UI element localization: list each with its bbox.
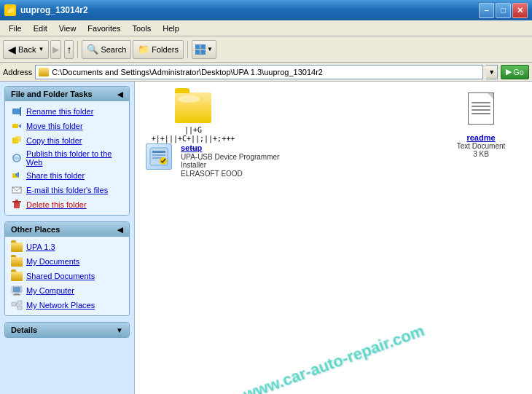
setup-installer-icon — [146, 143, 172, 170]
search-button[interactable]: 🔍 Search — [82, 40, 131, 59]
menu-view[interactable]: View — [53, 23, 82, 34]
share-label: Share this folder — [26, 171, 85, 180]
my-docs-label: My Documents — [26, 257, 79, 266]
setup-item[interactable]: setup UPA-USB Device Programmer Installe… — [142, 140, 302, 181]
up-button[interactable]: ↑ — [64, 40, 74, 59]
go-label: Go — [513, 68, 524, 76]
delete-icon — [11, 199, 23, 210]
other-places-header[interactable]: Other Places ◀ — [5, 222, 129, 237]
upa-label: UPA 1.3 — [26, 243, 55, 251]
folders-button[interactable]: 📁 Folders — [133, 40, 184, 59]
details-chevron: ▼ — [116, 326, 123, 334]
file-tasks-header[interactable]: File and Folder Tasks ◀ — [5, 87, 129, 101]
toolbar-separator-2 — [187, 41, 188, 58]
shared-docs-label: Shared Documents — [26, 272, 95, 280]
move-icon — [11, 120, 23, 132]
sidebar-item-shared-docs[interactable]: Shared Documents — [7, 269, 128, 283]
other-places-chevron: ◀ — [117, 226, 123, 234]
readme-file-icon — [468, 92, 494, 125]
sidebar-item-move[interactable]: Move this folder — [7, 119, 128, 133]
svg-rect-4 — [15, 136, 21, 142]
readme-item[interactable]: readme Text Document 3 KB — [445, 89, 517, 162]
sidebar-section-file-tasks: File and Folder Tasks ◀ Rename this fold… — [4, 86, 130, 216]
readme-line-4 — [472, 113, 490, 114]
menu-bar: File Edit View Favorites Tools Help — [0, 20, 532, 36]
svg-rect-1 — [20, 107, 21, 116]
toolbar-separator-1 — [77, 41, 78, 58]
readme-line-2 — [472, 106, 490, 107]
network-label: My Network Places — [26, 301, 95, 310]
sidebar-item-publish[interactable]: Publish this folder to the Web — [7, 148, 128, 168]
menu-file[interactable]: File — [3, 23, 28, 34]
sidebar-item-upa[interactable]: UPA 1.3 — [7, 240, 128, 254]
search-icon: 🔍 — [87, 44, 98, 55]
file-tasks-body: Rename this folder Move this folder Copy… — [5, 101, 129, 215]
setup-name: setup — [181, 143, 299, 152]
address-label: Address — [3, 68, 32, 76]
close-button[interactable]: ✕ — [512, 3, 528, 18]
sidebar-item-copy[interactable]: Copy this folder — [7, 133, 128, 148]
forward-button[interactable]: ▶ — [50, 40, 61, 59]
svg-line-19 — [16, 304, 17, 308]
network-icon — [11, 299, 23, 311]
publish-label: Publish this folder to the Web — [26, 149, 123, 167]
computer-icon — [11, 285, 23, 296]
menu-edit[interactable]: Edit — [28, 23, 53, 34]
main-area: File and Folder Tasks ◀ Rename this fold… — [0, 82, 532, 394]
my-computer-label: My Computer — [26, 286, 74, 295]
menu-help[interactable]: Help — [157, 23, 185, 34]
svg-rect-22 — [152, 154, 165, 156]
watermark: www.car-auto-repair.com — [240, 321, 426, 394]
sidebar-item-my-documents[interactable]: My Documents — [7, 254, 128, 269]
email-icon — [11, 184, 23, 196]
address-bar: Address ▼ ▶ Go — [0, 63, 532, 82]
readme-details: readme Text Document 3 KB — [457, 133, 506, 158]
window-icon: 📁 — [4, 4, 16, 16]
minimize-button[interactable]: – — [479, 3, 494, 18]
svg-rect-12 — [13, 287, 20, 292]
svg-rect-17 — [17, 306, 22, 310]
copy-label: Copy this folder — [26, 136, 82, 145]
back-dropdown-icon: ▼ — [38, 46, 44, 52]
sidebar-item-share[interactable]: Share this folder — [7, 168, 128, 183]
readme-icon-lines — [472, 102, 490, 117]
address-input[interactable] — [52, 68, 480, 76]
sidebar-item-email[interactable]: E-mail this folder's files — [7, 183, 128, 197]
address-dropdown[interactable]: ▼ — [486, 65, 498, 79]
toolbar: ◀ Back ▼ ▶ ↑ 🔍 Search 📁 Folders ▼ — [0, 36, 532, 63]
go-button[interactable]: ▶ Go — [501, 65, 529, 79]
search-label: Search — [101, 45, 126, 54]
sidebar-item-my-computer[interactable]: My Computer — [7, 283, 128, 298]
folders-label: Folders — [152, 45, 179, 54]
sidebar-section-other-places: Other Places ◀ UPA 1.3 My Documents Shar… — [4, 221, 130, 316]
sidebar-item-network[interactable]: My Network Places — [7, 298, 128, 312]
svg-rect-21 — [152, 151, 165, 153]
sidebar-item-delete[interactable]: Delete this folder — [7, 197, 128, 212]
copy-icon — [11, 135, 23, 146]
title-bar: 📁 uuprog_13014r2 – □ ✕ — [0, 0, 532, 20]
back-arrow-icon: ◀ — [8, 44, 16, 55]
maximize-button[interactable]: □ — [496, 3, 511, 18]
window-title: uuprog_13014r2 — [20, 5, 479, 15]
sidebar-item-rename[interactable]: Rename this folder — [7, 104, 128, 119]
move-label: Move this folder — [26, 122, 83, 130]
views-grid-icon — [195, 44, 206, 55]
views-button[interactable]: ▼ — [192, 40, 216, 59]
share-icon — [11, 170, 23, 181]
details-header[interactable]: Details ▼ — [5, 323, 129, 337]
svg-rect-2 — [12, 124, 18, 128]
menu-tools[interactable]: Tools — [127, 23, 157, 34]
menu-favorites[interactable]: Favorites — [82, 23, 126, 34]
other-places-title: Other Places — [11, 225, 60, 234]
svg-rect-0 — [12, 109, 20, 114]
svg-rect-9 — [12, 201, 21, 202]
publish-icon — [11, 152, 23, 164]
svg-rect-15 — [12, 302, 16, 306]
shared-docs-icon — [11, 270, 23, 282]
other-places-body: UPA 1.3 My Documents Shared Documents My… — [5, 237, 129, 315]
email-label: E-mail this folder's files — [26, 186, 108, 194]
svg-rect-16 — [17, 301, 22, 304]
setup-desc2: ELRASOFT EOOD — [181, 170, 299, 178]
back-button[interactable]: ◀ Back ▼ — [3, 40, 49, 59]
readme-name: readme — [457, 133, 506, 142]
